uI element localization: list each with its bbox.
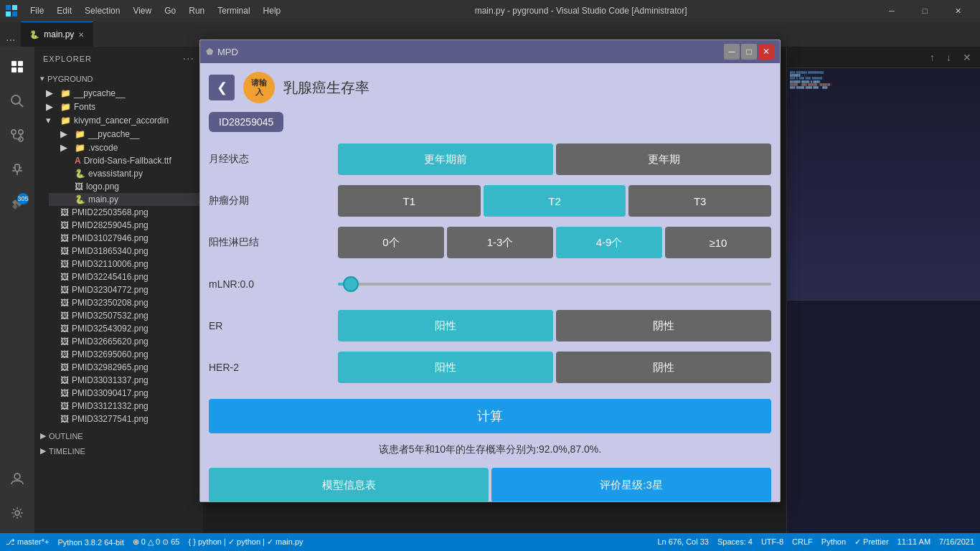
slider-thumb[interactable]: [343, 276, 359, 292]
svg-rect-2: [6, 11, 11, 17]
cursor-position[interactable]: Ln 676, Col 33: [657, 537, 709, 547]
image-icon: 🖼: [60, 362, 69, 372]
tree-item-logo[interactable]: 🖼 logo.png: [49, 180, 203, 193]
python-version[interactable]: Python 3.8.2 64-bit: [57, 538, 123, 547]
activity-account[interactable]: [3, 464, 32, 493]
tumor-t3-btn[interactable]: T3: [628, 185, 771, 217]
calculate-button[interactable]: 计算: [209, 399, 771, 433]
close-panel-icon[interactable]: ✕: [960, 50, 974, 65]
er-negative-btn[interactable]: 阴性: [556, 310, 771, 342]
menu-go[interactable]: Go: [159, 4, 182, 17]
app-title: 乳腺癌生存率: [283, 78, 369, 98]
menstrual-menopause-btn[interactable]: 更年期: [556, 143, 771, 175]
tree-item-label: PMID22503568.png: [72, 207, 149, 217]
tree-item-fonts[interactable]: ▶ 📁 Fonts: [34, 100, 203, 113]
menu-terminal[interactable]: Terminal: [212, 4, 255, 17]
tab-label: main.py: [44, 29, 74, 39]
minimize-button[interactable]: ─: [875, 0, 908, 22]
format-status[interactable]: { } python | ✓ python | ✓ main.py: [189, 537, 303, 547]
lymph-1-3-btn[interactable]: 1-3个: [447, 227, 553, 258]
activity-search[interactable]: [3, 87, 32, 116]
her2-negative-btn[interactable]: 阴性: [556, 352, 771, 383]
tab-main-py[interactable]: 🐍 main.py ✕: [21, 22, 93, 47]
line-ending[interactable]: CRLF: [792, 537, 813, 547]
activity-extensions[interactable]: 305: [3, 190, 32, 219]
dialog-close-button[interactable]: ✕: [758, 44, 774, 60]
tree-item-pmid6[interactable]: 🖼 PMID32245416.png: [34, 270, 203, 283]
lymph-10plus-btn[interactable]: ≥10: [665, 227, 771, 258]
tree-item-pmid12[interactable]: 🖼 PMID32695060.png: [34, 348, 203, 361]
tree-item-pycache2[interactable]: ▶ 📁 __pycache__: [49, 127, 203, 141]
app-header: ❮ 请输入 乳腺癌生存率: [209, 72, 771, 103]
image-icon: 🖼: [60, 220, 69, 230]
tree-item-label: PMID32982965.png: [72, 362, 149, 372]
encoding[interactable]: UTF-8: [761, 537, 783, 547]
tree-item-pmid13[interactable]: 🖼 PMID32982965.png: [34, 361, 203, 374]
arrow-up-icon[interactable]: ↑: [927, 50, 938, 65]
tree-item-droid-font[interactable]: A Droid-Sans-Fallback.ttf: [49, 154, 203, 167]
mpd-icon: ⬟: [206, 47, 213, 57]
image-icon: 🖼: [60, 375, 69, 385]
tree-item-pmid4[interactable]: 🖼 PMID31865340.png: [34, 245, 203, 258]
tree-item-pmid5[interactable]: 🖼 PMID32110006.png: [34, 258, 203, 270]
tree-item-evassistant[interactable]: 🐍 evassistant.py: [49, 167, 203, 180]
tree-item-kivymd[interactable]: ▾ 📁 kivymd_cancer_accordin: [34, 113, 203, 127]
prettier-status[interactable]: ✓ Prettier: [854, 537, 889, 547]
error-count[interactable]: ⊗ 0 △ 0 ⊙ 65: [133, 537, 180, 547]
menu-selection[interactable]: Selection: [79, 4, 126, 17]
her2-positive-btn[interactable]: 阳性: [338, 352, 553, 383]
section-outline[interactable]: ▶ OUTLINE: [34, 428, 203, 443]
tree-item-pmid11[interactable]: 🖼 PMID32665620.png: [34, 335, 203, 348]
menu-file[interactable]: File: [24, 4, 50, 17]
tab-more-button[interactable]: ···: [0, 34, 21, 47]
back-button[interactable]: ❮: [209, 75, 235, 100]
tree-item-pmid10[interactable]: 🖼 PMID32543092.png: [34, 322, 203, 335]
activity-debug[interactable]: [3, 156, 32, 184]
menu-view[interactable]: View: [127, 4, 157, 17]
language-mode[interactable]: Python: [821, 537, 846, 547]
tree-item-main-py[interactable]: 🐍 main.py: [49, 193, 203, 206]
python-icon: 🐍: [75, 194, 85, 204]
activity-git[interactable]: [3, 121, 32, 150]
menstrual-premenopause-btn[interactable]: 更年期前: [338, 143, 553, 175]
activity-settings[interactable]: [3, 499, 32, 527]
arrow-down-icon[interactable]: ↓: [943, 50, 954, 65]
menu-run[interactable]: Run: [183, 4, 210, 17]
rating-button[interactable]: 评价星级:3星: [491, 468, 771, 501]
lymph-0-btn[interactable]: 0个: [338, 227, 444, 258]
tumor-t1-btn[interactable]: T1: [338, 185, 481, 217]
tree-item-pycache1[interactable]: ▶ 📁 __pycache__: [34, 86, 203, 100]
tree-item-pmid8[interactable]: 🖼 PMID32350208.png: [34, 296, 203, 309]
window-controls: ─ □ ✕: [875, 0, 974, 22]
section-pyground[interactable]: ▾ PYGROUND: [34, 71, 203, 86]
chevron-down-icon: ▾: [46, 115, 57, 126]
tree-item-pmid17[interactable]: 🖼 PMID33277541.png: [34, 413, 203, 425]
tumor-t2-btn[interactable]: T2: [484, 185, 626, 217]
tree-item-pmid16[interactable]: 🖼 PMID33121332.png: [34, 400, 203, 413]
tree-item-pmid1[interactable]: 🖼 PMID22503568.png: [34, 206, 203, 219]
menu-help[interactable]: Help: [258, 4, 287, 17]
tab-close-icon[interactable]: ✕: [78, 31, 84, 39]
svg-rect-0: [6, 5, 11, 10]
git-branch[interactable]: ⎇ master*+: [6, 537, 49, 547]
tree-item-vscode[interactable]: ▶ 📁 .vscode: [49, 141, 203, 154]
maximize-button[interactable]: □: [908, 0, 941, 22]
tree-item-pmid15[interactable]: 🖼 PMID33090417.png: [34, 387, 203, 400]
tree-item-pmid2[interactable]: 🖼 PMID28259045.png: [34, 219, 203, 232]
dialog-maximize-button[interactable]: □: [741, 44, 757, 60]
tree-item-pmid7[interactable]: 🖼 PMID32304772.png: [34, 283, 203, 296]
tumor-stage-controls: T1 T2 T3: [338, 185, 771, 217]
lymph-4-9-btn[interactable]: 4-9个: [556, 227, 662, 258]
tree-item-pmid14[interactable]: 🖼 PMID33031337.png: [34, 374, 203, 387]
dialog-minimize-button[interactable]: ─: [724, 44, 740, 60]
section-timeline[interactable]: ▶ TIMELINE: [34, 443, 203, 458]
tree-item-pmid9[interactable]: 🖼 PMID32507532.png: [34, 309, 203, 322]
model-info-button[interactable]: 模型信息表: [209, 468, 489, 501]
close-button[interactable]: ✕: [941, 0, 974, 22]
tree-item-pmid3[interactable]: 🖼 PMID31027946.png: [34, 232, 203, 245]
activity-explorer[interactable]: [3, 52, 32, 81]
indentation[interactable]: Spaces: 4: [717, 537, 753, 547]
menu-edit[interactable]: Edit: [51, 4, 77, 17]
er-positive-btn[interactable]: 阳性: [338, 310, 553, 342]
sidebar-more-button[interactable]: ···: [183, 52, 194, 65]
